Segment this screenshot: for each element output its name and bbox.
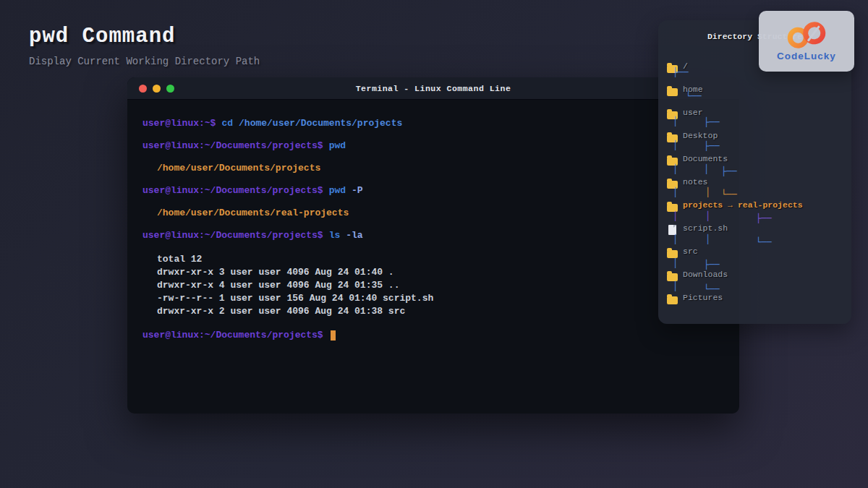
ls-output-line: drwxr-xr-x 3 user user 4096 Aug 24 01:40… bbox=[157, 266, 739, 279]
tree-item-label: notes bbox=[683, 177, 708, 187]
command-text: pwd bbox=[329, 185, 346, 196]
tree-connector: │ bbox=[704, 165, 709, 174]
infinity-logo-icon bbox=[782, 22, 831, 49]
shell-prompt: user@linux:~/Documents/projects$ bbox=[142, 330, 323, 341]
tree-connector: │ bbox=[705, 235, 710, 244]
shell-prompt: user@linux:~$ bbox=[142, 118, 216, 129]
tree-connector: │ bbox=[673, 282, 678, 291]
shell-prompt: user@linux:~/Documents/projects$ bbox=[142, 140, 323, 151]
page-header: pwd Command Display Current Working Dire… bbox=[29, 25, 260, 67]
terminal-content[interactable]: user@linux:~$cd/home/user/Documents/proj… bbox=[127, 100, 739, 341]
command-text: ls bbox=[329, 230, 341, 241]
command-line: user@linux:~$cd/home/user/Documents/proj… bbox=[142, 119, 739, 129]
tree-item-label: user bbox=[683, 108, 703, 117]
file-icon bbox=[668, 225, 676, 235]
maximize-button[interactable] bbox=[166, 85, 174, 93]
tree-connector: └── bbox=[704, 285, 720, 294]
brand-badge: CodeLucky bbox=[759, 11, 854, 72]
shell-prompt: user@linux:~/Documents/projects$ bbox=[142, 230, 323, 241]
command-line: user@linux:~/Documents/projects$pwd bbox=[142, 141, 739, 151]
command-argument: /home/user/Documents/projects bbox=[239, 118, 402, 129]
command-output: /home/user/Documents/real-projects bbox=[142, 208, 739, 218]
tree-connector: │ bbox=[673, 235, 678, 244]
window-controls bbox=[139, 77, 174, 99]
terminal-titlebar: Terminal - Linux Command Line bbox=[127, 77, 739, 100]
tree-connector: │ bbox=[673, 141, 678, 150]
tree-connector: │ bbox=[705, 212, 710, 221]
tree-item-label: projects → real-projects bbox=[683, 200, 803, 210]
tree-connector: │ bbox=[705, 188, 710, 197]
command-text: cd bbox=[221, 118, 233, 129]
tree-connector: ├── bbox=[673, 68, 689, 77]
ls-output-line: drwxr-xr-x 2 user user 4096 Aug 24 01:38… bbox=[157, 305, 739, 318]
tree-connector: └── bbox=[721, 190, 737, 199]
tree-connector: ├── bbox=[756, 214, 772, 223]
tree-connector: ├── bbox=[721, 167, 737, 176]
tree-connector: │ bbox=[673, 165, 678, 174]
brand-name: CodeLucky bbox=[777, 51, 836, 61]
ls-output-line: total 12 bbox=[157, 253, 739, 266]
tree-connector: ├── bbox=[704, 118, 720, 127]
command-text: pwd bbox=[329, 140, 346, 151]
tree-connector: ├── bbox=[704, 142, 720, 150]
terminal-title: Terminal - Linux Command Line bbox=[356, 84, 511, 93]
command-line: user@linux:~/Documents/projects$pwd-P bbox=[142, 186, 739, 196]
command-flag: -P bbox=[352, 185, 363, 196]
command-output: /home/user/Documents/projects bbox=[142, 163, 739, 174]
ls-output: total 12 drwxr-xr-x 3 user user 4096 Aug… bbox=[142, 253, 739, 318]
tree-connector: │ bbox=[673, 117, 678, 126]
page-subtitle: Display Current Working Directory Path bbox=[29, 56, 260, 67]
tree-item-label: Documents bbox=[683, 154, 728, 163]
minimize-button[interactable] bbox=[153, 85, 161, 93]
folder-icon bbox=[667, 88, 678, 96]
tree-connector: └── bbox=[686, 92, 702, 100]
tree-connector: │ bbox=[673, 188, 678, 197]
shell-prompt: user@linux:~/Documents/projects$ bbox=[142, 185, 323, 196]
ls-output-line: drwxr-xr-x 4 user user 4096 Aug 24 01:35… bbox=[157, 279, 739, 292]
close-button[interactable] bbox=[139, 85, 147, 93]
folder-icon bbox=[667, 250, 678, 258]
tree-connector: ├── bbox=[704, 260, 720, 269]
command-line: user@linux:~/Documents/projects$ls-la bbox=[142, 231, 739, 241]
tree-connector: │ bbox=[673, 259, 678, 267]
active-prompt-line[interactable]: user@linux:~/Documents/projects$ bbox=[142, 330, 739, 341]
command-flag: -la bbox=[346, 230, 362, 241]
tree-item-label: script.sh bbox=[683, 223, 728, 233]
tree-connector: └── bbox=[756, 238, 772, 247]
tree-item-label: Desktop bbox=[683, 131, 718, 140]
tree-connector: │ bbox=[673, 212, 678, 221]
tree-item-label: Downloads bbox=[683, 270, 728, 279]
folder-icon bbox=[667, 296, 678, 304]
folder-icon bbox=[667, 273, 678, 281]
ls-output-line: -rw-r--r-- 1 user user 156 Aug 24 01:40 … bbox=[157, 292, 739, 305]
page-title: pwd Command bbox=[29, 25, 260, 48]
terminal-window: Terminal - Linux Command Line user@linux… bbox=[127, 77, 739, 414]
tree-item-label: src bbox=[683, 247, 698, 256]
terminal-cursor bbox=[331, 330, 336, 341]
